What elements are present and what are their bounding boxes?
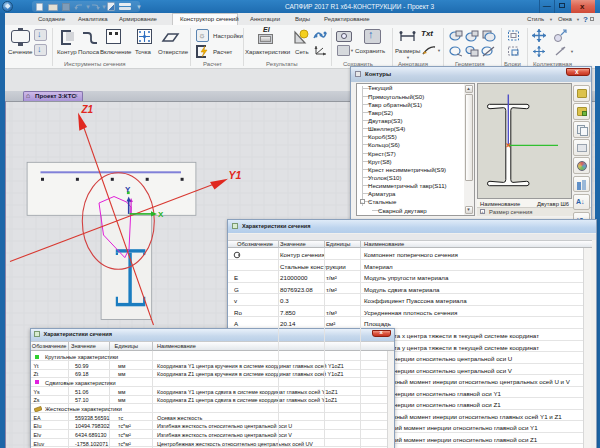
svg-text:Y1: Y1 bbox=[228, 169, 241, 181]
svg-text:Z1: Z1 bbox=[80, 104, 93, 115]
svg-text:X: X bbox=[158, 210, 164, 219]
svg-text:Y: Y bbox=[125, 185, 131, 194]
